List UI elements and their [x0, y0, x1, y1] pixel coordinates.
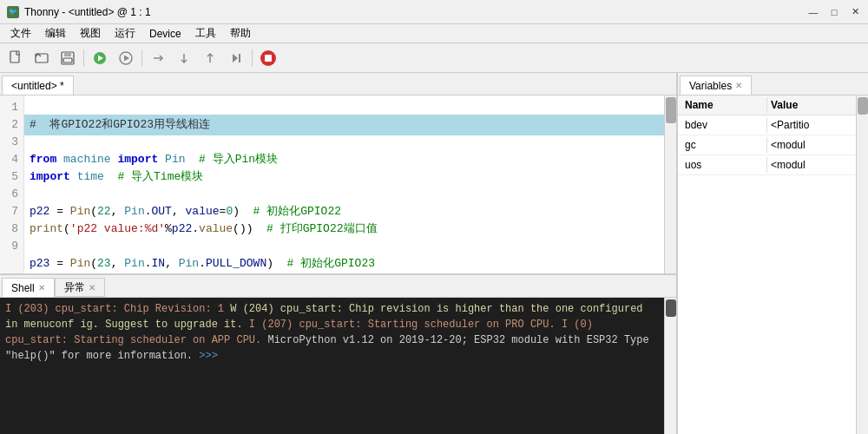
menu-file[interactable]: 文件 — [3, 24, 38, 43]
close-button[interactable]: ✕ — [845, 3, 865, 22]
title-bar: 🐦 Thonny - <untitled> @ 1 : 1 — □ ✕ — [0, 0, 868, 24]
svg-rect-3 — [64, 52, 71, 56]
title-bar-left: 🐦 Thonny - <untitled> @ 1 : 1 — [7, 6, 151, 18]
toolbar — [0, 43, 868, 73]
menu-view[interactable]: 视图 — [73, 24, 108, 43]
exception-tab[interactable]: 异常 ✕ — [55, 278, 105, 297]
open-file-button[interactable] — [30, 46, 54, 70]
shell-tab[interactable]: Shell ✕ — [2, 278, 55, 297]
menu-bar: 文件 编辑 视图 运行 Device 工具 帮助 — [0, 24, 868, 43]
var-row-gc: gc <modul — [678, 135, 856, 155]
svg-rect-10 — [239, 54, 240, 62]
exception-tab-label: 异常 — [64, 280, 85, 295]
toolbar-separator-3 — [252, 49, 253, 67]
minimize-button[interactable]: — — [804, 3, 823, 22]
var-value-gc: <modul — [766, 137, 852, 153]
shell-row: I (203) cpu_start: Chip Revision: 1 W (2… — [0, 298, 676, 434]
shell-scrollbar[interactable] — [664, 298, 676, 434]
variables-tab-label: Variables — [689, 80, 732, 92]
step-out-icon — [202, 50, 218, 66]
new-file-icon — [8, 50, 23, 66]
svg-rect-0 — [10, 51, 19, 62]
title-bar-controls: — □ ✕ — [804, 3, 865, 22]
variables-table: Name Value bdev <Partitio gc <modul uos … — [678, 95, 856, 434]
shell-tab-label: Shell — [11, 282, 35, 294]
stop-icon — [259, 49, 278, 68]
menu-edit[interactable]: 编辑 — [38, 24, 73, 43]
editor-scrollbar[interactable] — [664, 95, 676, 273]
editor-shell-split: 1 2 3 4 5 6 7 8 9 # 将GPIO22和GPIO23用导线相连 … — [0, 95, 676, 434]
step-out-button[interactable] — [198, 46, 222, 70]
run-icon — [92, 50, 108, 66]
var-row-bdev: bdev <Partitio — [678, 115, 856, 135]
shell-tab-x[interactable]: ✕ — [38, 283, 45, 293]
code-editor[interactable]: 1 2 3 4 5 6 7 8 9 # 将GPIO22和GPIO23用导线相连 … — [0, 95, 676, 273]
debug-icon — [118, 50, 134, 66]
svg-marker-9 — [233, 54, 238, 62]
exception-tab-x[interactable]: ✕ — [89, 283, 95, 293]
window-title: Thonny - <untitled> @ 1 : 1 — [24, 6, 151, 18]
step-into-icon — [176, 50, 192, 66]
step-over-button[interactable] — [146, 46, 170, 70]
var-name-uos: uos — [681, 157, 766, 173]
variables-tab-x[interactable]: ✕ — [735, 81, 742, 90]
editor-tab-untitled[interactable]: <untitled> * — [2, 76, 74, 95]
step-over-icon — [150, 50, 166, 66]
menu-device[interactable]: Device — [142, 26, 188, 42]
menu-help[interactable]: 帮助 — [223, 24, 258, 43]
stop-button[interactable] — [256, 46, 280, 70]
svg-rect-4 — [63, 58, 72, 62]
variables-tab[interactable]: Variables ✕ — [680, 76, 752, 95]
save-file-icon — [60, 50, 76, 66]
editor-tab-label: <untitled> * — [11, 80, 64, 92]
resume-icon — [228, 50, 244, 66]
line-numbers: 1 2 3 4 5 6 7 8 9 — [0, 95, 24, 273]
menu-run[interactable]: 运行 — [108, 24, 142, 43]
toolbar-separator-2 — [141, 49, 142, 67]
shell-area: Shell ✕ 异常 ✕ I (203) cpu_start: Chip Rev… — [0, 273, 676, 434]
save-file-button[interactable] — [56, 46, 80, 70]
resume-button[interactable] — [224, 46, 248, 70]
variables-scrollbar[interactable] — [856, 95, 868, 434]
var-value-uos: <modul — [766, 157, 852, 173]
new-file-button[interactable] — [3, 46, 28, 70]
app-icon: 🐦 — [7, 6, 19, 18]
debug-button[interactable] — [114, 46, 138, 70]
toolbar-separator-1 — [83, 49, 84, 67]
menu-tools[interactable]: 工具 — [188, 24, 223, 43]
var-value-bdev: <Partitio — [766, 117, 852, 133]
svg-marker-8 — [124, 55, 129, 61]
var-value-header: Value — [766, 97, 852, 113]
variables-panel: Variables ✕ Name Value bdev <Partitio gc… — [677, 73, 868, 434]
open-file-icon — [34, 50, 49, 66]
shell-content[interactable]: I (203) cpu_start: Chip Revision: 1 W (2… — [0, 298, 664, 434]
svg-rect-12 — [265, 55, 272, 62]
code-content[interactable]: # 将GPIO22和GPIO23用导线相连 from machine impor… — [24, 95, 664, 273]
variables-header: Name Value — [678, 95, 856, 115]
variables-tab-bar: Variables ✕ — [678, 73, 868, 95]
editor-area: <untitled> * 1 2 3 4 5 6 7 8 9 # 将GPIO22… — [0, 73, 677, 434]
editor-tab-bar: <untitled> * — [0, 73, 676, 95]
run-button[interactable] — [88, 46, 112, 70]
maximize-button[interactable]: □ — [825, 3, 844, 22]
main-area: <untitled> * 1 2 3 4 5 6 7 8 9 # 将GPIO22… — [0, 73, 868, 434]
var-name-bdev: bdev — [681, 117, 766, 133]
var-name-gc: gc — [681, 137, 766, 153]
var-name-header: Name — [681, 97, 766, 113]
shell-tab-bar: Shell ✕ 异常 ✕ — [0, 275, 676, 298]
step-into-button[interactable] — [172, 46, 196, 70]
var-row-uos: uos <modul — [678, 155, 856, 175]
